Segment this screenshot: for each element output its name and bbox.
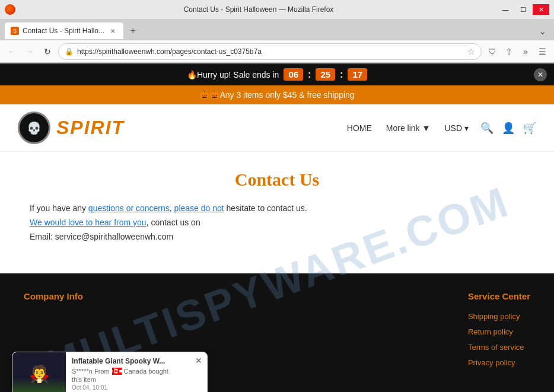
terms-of-service-link[interactable]: Terms of service bbox=[468, 343, 524, 352]
contact-paragraph-2: We would love to hear from youWe would l… bbox=[30, 216, 524, 230]
page-title: Contact Us bbox=[30, 170, 524, 190]
colon-2: : bbox=[340, 69, 343, 80]
popup-product-title: Inflatable Giant Spooky W... bbox=[72, 357, 201, 365]
close-button[interactable]: ✕ bbox=[533, 4, 549, 15]
email-address: service@spirithalloweenwh.com bbox=[55, 232, 173, 241]
tab-label: Contact Us - Spirit Hallo... bbox=[23, 27, 104, 35]
timer-hours: 06 bbox=[284, 68, 303, 81]
browser-chrome: Contact Us - Spirit Halloween — Mozilla … bbox=[0, 0, 554, 63]
back-button[interactable]: ← bbox=[5, 44, 19, 59]
popup-image-content: 🧛 bbox=[12, 352, 66, 392]
list-item: Return policy bbox=[468, 326, 530, 337]
title-bar: Contact Us - Spirit Halloween — Mozilla … bbox=[0, 0, 554, 19]
currency-button[interactable]: USD ▾ bbox=[444, 123, 469, 133]
logo-text: SPIRIT bbox=[56, 117, 125, 139]
contact-text-1b: , bbox=[170, 203, 174, 213]
tab-bar: S Contact Us - Spirit Hallo... ✕ + ⌄ bbox=[0, 19, 554, 40]
url-bar[interactable]: 🔒 https://spirithalloweenwh.com/pages/co… bbox=[58, 43, 482, 60]
sale-text: 🔥Hurry up! Sale ends in bbox=[187, 70, 279, 79]
lock-icon: 🔒 bbox=[65, 47, 74, 56]
logo-area: 💀 SPIRIT bbox=[18, 111, 125, 144]
colon-1: : bbox=[308, 69, 311, 80]
contact-text-1c: hesitate to contact us. bbox=[224, 203, 307, 213]
sale-banner-close[interactable]: ✕ bbox=[534, 68, 547, 81]
logo-emblem: 💀 bbox=[18, 111, 50, 144]
home-link[interactable]: HOME bbox=[347, 123, 372, 133]
sale-banner: 🔥Hurry up! Sale ends in 06 : 25 : 17 ✕ bbox=[0, 63, 554, 85]
url-text: https://spirithalloweenwh.com/pages/cont… bbox=[77, 47, 464, 56]
list-item: Privacy policy bbox=[468, 357, 530, 368]
more-link-text: More link bbox=[386, 123, 420, 133]
forward-button[interactable]: → bbox=[23, 44, 37, 59]
popup-close-button[interactable]: ✕ bbox=[193, 355, 205, 366]
main-content: Contact Us If you have any questions or … bbox=[0, 152, 554, 273]
popup-timestamp: Oct 04, 10:01 bbox=[72, 384, 201, 391]
popup-item-text: this item bbox=[72, 376, 201, 383]
popup-item-label: this item bbox=[72, 376, 96, 383]
timer-minutes: 25 bbox=[316, 68, 335, 81]
popup-body: ✕ Inflatable Giant Spooky W... S*****n F… bbox=[66, 352, 207, 392]
contact-paragraph-1: If you have any questions or concerns, p… bbox=[30, 202, 524, 216]
timer-seconds: 17 bbox=[348, 68, 367, 81]
canada-flag-icon: 🇨🇦 bbox=[112, 368, 122, 375]
company-info-title: Company Info bbox=[24, 291, 83, 301]
firefox-icon bbox=[5, 4, 15, 15]
cart-button[interactable]: 🛒 bbox=[523, 122, 536, 135]
maximize-button[interactable]: ☐ bbox=[515, 4, 531, 15]
footer-service-links: Shipping policy Return policy Terms of s… bbox=[468, 311, 530, 368]
nav-icons: 🔍 👤 🛒 bbox=[480, 122, 536, 135]
chevron-down-icon: ▼ bbox=[422, 123, 431, 133]
return-policy-link[interactable]: Return policy bbox=[468, 327, 513, 336]
tab-overflow-button[interactable]: ⌄ bbox=[535, 24, 549, 38]
bookmark-icon: ☆ bbox=[467, 47, 475, 56]
privacy-policy-link[interactable]: Privacy policy bbox=[468, 358, 515, 367]
promo-bar: 🎃🎃Any 3 items only $45 & free shipping bbox=[0, 85, 554, 104]
address-bar: ← → ↻ 🔒 https://spirithalloweenwh.com/pa… bbox=[0, 40, 554, 63]
email-label: Email: bbox=[30, 232, 55, 241]
new-tab-button[interactable]: + bbox=[126, 24, 140, 38]
contact-body: If you have any questions or concerns, p… bbox=[30, 202, 524, 244]
website-content: 🔥Hurry up! Sale ends in 06 : 25 : 17 ✕ 🎃… bbox=[0, 63, 554, 392]
list-item: Terms of service bbox=[468, 342, 530, 352]
refresh-button[interactable]: ↻ bbox=[40, 44, 55, 59]
popup-product-image: 🧛 bbox=[12, 352, 66, 392]
footer-service-section: Service Center Shipping policy Return po… bbox=[468, 291, 530, 372]
more-link[interactable]: More link ▼ bbox=[386, 123, 431, 133]
toolbar-icons: 🛡 ⇧ » ☰ bbox=[485, 44, 549, 59]
account-button[interactable]: 👤 bbox=[502, 122, 515, 135]
navbar: 💀 SPIRIT HOME More link ▼ USD ▾ 🔍 👤 🛒 bbox=[0, 104, 554, 152]
tab-favicon: S bbox=[11, 27, 19, 35]
dropdown-arrow-icon: ▾ bbox=[464, 123, 469, 133]
popup-buyer-name: S*****n From bbox=[72, 368, 110, 375]
extensions-icon[interactable]: » bbox=[518, 44, 533, 59]
shield-icon[interactable]: 🛡 bbox=[485, 44, 499, 59]
contact-link-please[interactable]: please do not bbox=[174, 203, 224, 213]
skull-icon: 💀 bbox=[27, 121, 42, 135]
active-tab[interactable]: S Contact Us - Spirit Hallo... ✕ bbox=[5, 23, 123, 39]
search-button[interactable]: 🔍 bbox=[480, 122, 493, 135]
window-controls: — ☐ ✕ bbox=[497, 4, 549, 15]
promo-text: 🎃🎃Any 3 items only $45 & free shipping bbox=[199, 90, 354, 100]
contact-text-1a: If you have any bbox=[30, 203, 88, 213]
contact-email-line: Email: service@spirithalloweenwh.com bbox=[30, 230, 524, 244]
popup-meta: S*****n From 🇨🇦 Canada bought bbox=[72, 368, 201, 375]
currency-text: USD bbox=[444, 123, 462, 133]
contact-text-2b: , contact us on bbox=[147, 218, 200, 227]
contact-link-questions[interactable]: questions or concerns bbox=[88, 203, 170, 213]
nav-links: HOME More link ▼ USD ▾ bbox=[347, 123, 469, 133]
shipping-policy-link[interactable]: Shipping policy bbox=[468, 312, 520, 321]
share-icon[interactable]: ⇧ bbox=[502, 44, 516, 59]
list-item: Shipping policy bbox=[468, 311, 530, 321]
purchase-notification-popup: 🧛 ✕ Inflatable Giant Spooky W... S*****n… bbox=[12, 352, 208, 392]
menu-icon[interactable]: ☰ bbox=[535, 44, 549, 59]
minimize-button[interactable]: — bbox=[497, 4, 514, 15]
contact-link-love[interactable]: We would love to hear from you bbox=[30, 218, 147, 227]
popup-country-text: Canada bought bbox=[124, 368, 168, 375]
service-center-title: Service Center bbox=[468, 291, 530, 301]
tab-close-button[interactable]: ✕ bbox=[108, 26, 117, 36]
browser-title: Contact Us - Spirit Halloween — Mozilla … bbox=[20, 5, 497, 14]
footer: Company Info Service Center Shipping pol… bbox=[0, 273, 554, 392]
